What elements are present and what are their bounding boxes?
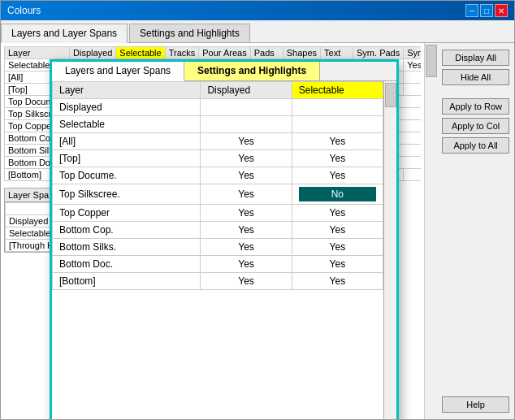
display-all-button[interactable]: Display All (442, 50, 509, 66)
minimize-button[interactable]: ─ (465, 4, 478, 17)
help-button[interactable]: Help (442, 396, 509, 413)
overlay-dialog: Layers and Layer Spans Settings and High… (50, 59, 399, 419)
tab-settings[interactable]: Settings and Highlights (129, 24, 250, 42)
table-row: [All] Yes Yes (53, 133, 383, 150)
overlay-tab-settings[interactable]: Settings and Highlights (184, 62, 320, 80)
table-row: Displayed (53, 99, 383, 116)
overlay-table-container: Layer Displayed Selectable Displayed (52, 81, 396, 419)
bg-header-shapes: Shapes (283, 47, 320, 59)
tab-bar: Layers and Layer Spans Settings and High… (1, 20, 514, 43)
bg-scrollbar[interactable] (424, 43, 437, 419)
overlay-tab-layers[interactable]: Layers and Layer Spans (52, 62, 184, 81)
overlay-header-layer: Layer (53, 82, 201, 99)
bg-header-displayed: Displayed (70, 47, 116, 59)
table-row: Top Copper Yes Yes (53, 205, 383, 222)
close-button[interactable]: ✕ (495, 4, 508, 17)
table-row: Bottom Cop. Yes Yes (53, 222, 383, 239)
main-content: Layer Displayed Selectable Tracks Pour A… (1, 43, 514, 419)
overlay-scrollbar[interactable] (383, 81, 396, 419)
bg-header-selectable: Selectable (116, 47, 165, 59)
bg-header-sym-pads: Sym. Pads (353, 47, 404, 59)
table-row: [Top] Yes Yes (53, 150, 383, 167)
title-bar: Colours ─ □ ✕ (1, 1, 514, 20)
table-row: Selectable (53, 116, 383, 133)
overlay-tab-bar: Layers and Layer Spans Settings and High… (52, 62, 396, 81)
apply-to-col-button[interactable]: Apply to Col (442, 118, 509, 134)
table-row: [Bottom] Yes Yes (53, 273, 383, 290)
overlay-layers-table: Layer Displayed Selectable Displayed (52, 81, 383, 290)
right-buttons-panel: Display All Hide All Apply to Row Apply … (437, 43, 514, 419)
bg-header-text: Text (321, 47, 353, 59)
tab-layers[interactable]: Layers and Layer Spans (1, 24, 128, 43)
overlay-header-displayed: Displayed (201, 82, 292, 99)
apply-to-row-button[interactable]: Apply to Row (442, 98, 509, 115)
table-row: Top Docume. Yes Yes (53, 167, 383, 184)
bg-header-tracks: Tracks (165, 47, 199, 59)
apply-to-all-button[interactable]: Apply to All (442, 137, 509, 154)
bg-header-pads: Pads (250, 47, 283, 59)
hide-all-button[interactable]: Hide All (442, 69, 509, 85)
bg-header-sym-shapes: Sym. Shapes (404, 47, 421, 59)
table-row: Bottom Doc. Yes Yes (53, 256, 383, 273)
overlay-header-selectable: Selectable (292, 82, 383, 99)
cell-no-value: No (299, 187, 376, 201)
overlay-body: Layer Displayed Selectable Displayed (52, 81, 396, 419)
maximize-button[interactable]: □ (480, 4, 493, 17)
table-row: Bottom Silks. Yes Yes (53, 239, 383, 256)
title-bar-controls: ─ □ ✕ (465, 4, 508, 17)
bg-header-pour-areas: Pour Areas (199, 47, 250, 59)
overlay-table-wrapper[interactable]: Layer Displayed Selectable Displayed (52, 81, 383, 419)
window-title: Colours (7, 5, 41, 16)
table-row: Top Silkscree. Yes No (53, 184, 383, 205)
bg-header-layer: Layer (5, 47, 70, 59)
main-window: Colours ─ □ ✕ Layers and Layer Spans Set… (0, 0, 515, 420)
